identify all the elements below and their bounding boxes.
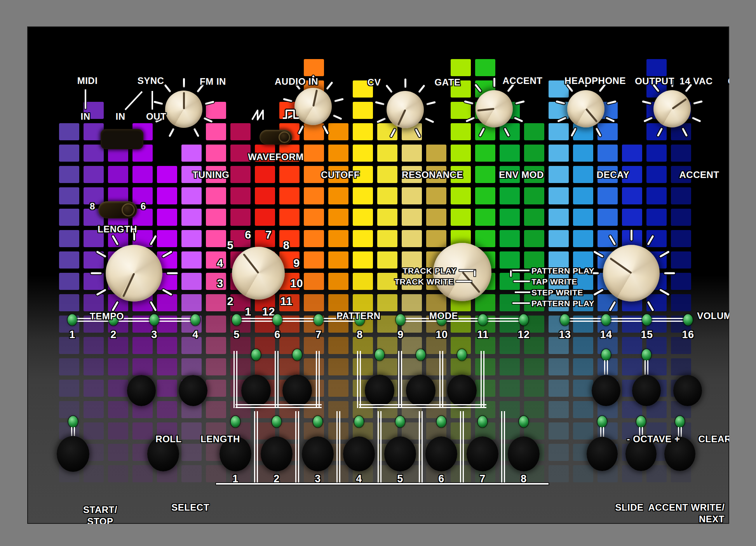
roll-button[interactable]	[127, 375, 156, 406]
mosaic-tile	[524, 145, 544, 162]
black-key-button-3[interactable]	[365, 375, 394, 406]
step-number-10: 10	[435, 330, 448, 340]
mosaic-tile	[157, 337, 177, 354]
mosaic-tile	[353, 123, 373, 140]
start-stop-button[interactable]	[57, 436, 89, 472]
length-switch[interactable]	[98, 201, 137, 218]
key-separator-line	[378, 411, 381, 484]
black-key-bracket-line	[439, 351, 443, 408]
sync-out-label: OUT	[146, 112, 166, 121]
resonance-knob-pointer	[397, 109, 406, 126]
mosaic-tile	[549, 166, 569, 183]
slide-label: SLIDE	[615, 503, 643, 512]
step-led-11	[478, 314, 488, 326]
key-number-2: 2	[273, 474, 280, 484]
mosaic-tile	[328, 123, 348, 140]
black-key-button-5[interactable]	[447, 375, 477, 406]
mosaic-tile	[426, 401, 446, 418]
step-number-14: 14	[600, 330, 612, 340]
note-key-7[interactable]	[467, 436, 498, 471]
black-key-button-1[interactable]	[241, 375, 271, 406]
mosaic-tile	[255, 209, 275, 226]
mosaic-tile	[475, 166, 495, 183]
slide-button[interactable]	[587, 437, 618, 471]
pattern-number-12: 12	[262, 306, 275, 317]
resonance-knob-tick	[418, 84, 425, 93]
mosaic-tile	[230, 209, 251, 226]
mosaic-tile	[304, 59, 324, 76]
mosaic-tile	[646, 209, 667, 226]
env-mod-knob[interactable]	[476, 90, 513, 127]
mosaic-tile	[132, 422, 153, 440]
decay-knob-pointer	[585, 108, 597, 122]
mosaic-tile	[230, 145, 251, 162]
mosaic-tile	[451, 187, 471, 204]
pattern-number-8: 8	[283, 239, 290, 251]
black-key-button-4[interactable]	[406, 375, 435, 406]
mosaic-tile	[524, 230, 544, 247]
octave-label: - OCTAVE +	[627, 434, 680, 444]
mosaic-tile	[84, 380, 104, 397]
decay-knob[interactable]	[567, 90, 604, 127]
mosaic-tile	[671, 294, 691, 311]
mosaic-tile	[255, 166, 275, 183]
mosaic-tile	[500, 251, 520, 269]
accent-knob[interactable]	[653, 90, 691, 127]
tuning-knob-tick	[164, 84, 171, 92]
mosaic-tile	[181, 251, 202, 269]
mosaic-tile	[475, 401, 495, 418]
clear-button[interactable]	[673, 375, 702, 406]
mosaic-tile	[108, 401, 128, 418]
mosaic-tile	[157, 358, 177, 375]
accent-button-led	[636, 416, 646, 427]
pattern-label: PATTERN	[336, 311, 380, 321]
octave-down-button-led-line	[604, 360, 608, 375]
clear-label: CLEAR	[698, 434, 729, 444]
mosaic-tile	[377, 294, 397, 311]
tempo-knob[interactable]	[106, 245, 162, 302]
volume-knob[interactable]	[603, 245, 660, 302]
note-key-4[interactable]	[343, 436, 375, 471]
mosaic-tile	[573, 230, 593, 247]
mosaic-tile	[157, 209, 177, 226]
octave-up-button[interactable]	[632, 375, 661, 406]
step-led-12	[519, 314, 528, 326]
tuning-knob[interactable]	[165, 91, 202, 128]
mosaic-tile	[132, 166, 153, 183]
step-number-5: 5	[233, 330, 240, 340]
length-button[interactable]	[179, 375, 207, 406]
note-key-2[interactable]	[261, 436, 293, 471]
resonance-knob-tick	[426, 101, 435, 105]
mosaic-tile	[402, 358, 422, 375]
step-number-12: 12	[517, 330, 530, 340]
resonance-knob[interactable]	[387, 91, 424, 128]
waveform-switch[interactable]	[260, 130, 292, 145]
black-key-bracket-base	[235, 404, 322, 408]
length-8-label: 8	[90, 202, 95, 211]
slide-button-led	[597, 416, 607, 427]
note-key-5[interactable]	[384, 436, 416, 471]
mosaic-tile	[279, 187, 300, 204]
step-led-16	[683, 314, 693, 326]
mosaic-tile	[181, 209, 202, 226]
step-number-13: 13	[559, 330, 571, 340]
pattern-number-3: 3	[217, 278, 223, 289]
audio-in-jack-label: AUDIO IN	[275, 77, 318, 86]
black-key-bracket-line	[481, 351, 484, 408]
mosaic-tile	[353, 358, 373, 375]
midi-din-connector[interactable]	[101, 129, 143, 149]
pattern-number-4: 4	[217, 257, 223, 269]
mosaic-tile	[353, 209, 373, 226]
length-switch-label: LENGTH	[98, 225, 137, 234]
mosaic-tile	[573, 187, 593, 204]
mosaic-tile	[108, 358, 128, 375]
pattern-knob[interactable]	[232, 247, 285, 300]
note-key-6[interactable]	[425, 436, 457, 471]
note-key-3[interactable]	[302, 436, 334, 471]
mosaic-tile	[255, 187, 275, 204]
black-key-bracket-base	[359, 404, 486, 408]
note-key-8[interactable]	[508, 436, 540, 471]
step-number-1: 1	[69, 330, 75, 340]
black-key-button-2[interactable]	[282, 375, 312, 406]
octave-down-button[interactable]	[592, 375, 620, 406]
